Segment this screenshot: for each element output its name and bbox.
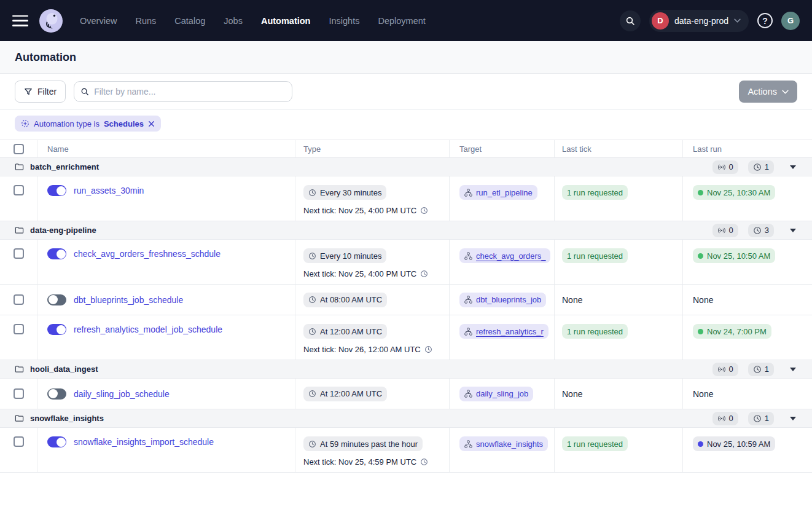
schedule-name-link[interactable]: check_avg_orders_freshness_schdule (74, 249, 221, 259)
row-checkbox[interactable] (14, 294, 24, 305)
schedule-toggle[interactable] (47, 294, 66, 305)
filter-button-label: Filter (37, 87, 57, 97)
target-link[interactable]: refresh_analytics_r (459, 324, 548, 339)
clock-icon (420, 270, 428, 278)
last-tick-status: 1 run requested (562, 248, 628, 263)
graph-icon (464, 252, 472, 260)
schedule-count-badge: 1 (748, 363, 774, 376)
schedule-name-link[interactable]: snowflake_insights_import_schedule (74, 437, 214, 447)
run-status-dot (698, 329, 703, 334)
target-link[interactable]: check_avg_orders_ (459, 248, 550, 263)
nav-item-jobs[interactable]: Jobs (224, 16, 243, 26)
caret-down-icon (790, 368, 796, 371)
chevron-down-icon (782, 90, 789, 94)
last-run-link[interactable]: Nov 24, 7:00 PM (693, 324, 771, 339)
clock-icon (308, 440, 316, 448)
group-row-hooli-data-ingest: hooli_data_ingest 0 1 (0, 360, 812, 379)
nav-item-runs[interactable]: Runs (135, 16, 156, 26)
group-row-data-eng-pipeline: data-eng-pipeline 0 3 (0, 221, 812, 240)
target-link[interactable]: dbt_blueprints_job (459, 293, 546, 307)
group-name: data-eng-pipeline (30, 226, 96, 235)
schedule-toggle[interactable] (47, 388, 66, 400)
nav-item-deployment[interactable]: Deployment (378, 16, 425, 26)
schedule-name-link[interactable]: daily_sling_job_schedule (74, 389, 170, 399)
name-filter-input[interactable] (94, 87, 286, 97)
column-header-type: Type (295, 140, 450, 157)
folder-icon (15, 414, 24, 423)
collapse-group-button[interactable] (789, 164, 797, 170)
graph-icon (464, 390, 472, 398)
target-link[interactable]: daily_sling_job (459, 387, 533, 401)
clock-icon (753, 163, 762, 171)
graph-icon (464, 440, 472, 448)
nav-item-overview[interactable]: Overview (80, 16, 117, 26)
column-header-name: Name (37, 140, 295, 157)
schedule-toggle[interactable] (47, 436, 66, 447)
dagster-logo-icon[interactable] (39, 9, 63, 33)
last-run-link[interactable]: Nov 25, 10:59 AM (693, 436, 775, 451)
last-tick-status: 1 run requested (562, 324, 628, 339)
row-checkbox[interactable] (14, 436, 24, 447)
schedule-name-link[interactable]: refresh_analytics_model_job_schedule (74, 325, 222, 334)
last-run-link[interactable]: Nov 25, 10:50 AM (693, 248, 775, 263)
help-icon[interactable]: ? (757, 13, 773, 28)
clock-icon (753, 365, 762, 374)
user-avatar[interactable]: G (781, 12, 800, 30)
sensor-count-badge: 0 (712, 224, 738, 237)
nav-item-catalog[interactable]: Catalog (174, 16, 205, 26)
graph-icon (464, 296, 472, 304)
column-header-last-run: Last run (683, 140, 812, 157)
run-status-dot (698, 190, 703, 195)
nav-item-insights[interactable]: Insights (329, 16, 359, 26)
automation-target-icon (21, 119, 29, 128)
filter-button[interactable]: Filter (15, 81, 66, 103)
row-checkbox[interactable] (14, 185, 24, 195)
last-run-link[interactable]: Nov 25, 10:30 AM (693, 185, 775, 200)
search-button[interactable] (620, 10, 641, 31)
page-header: Automation (0, 41, 812, 74)
nav-item-automation[interactable]: Automation (261, 16, 311, 26)
target-link[interactable]: snowflake_insights (459, 436, 548, 451)
folder-icon (15, 364, 24, 374)
schedule-name-link[interactable]: run_assets_30min (74, 186, 144, 195)
filter-chip-value: Schedules (104, 119, 144, 128)
sensor-count-badge: 0 (712, 160, 738, 174)
caret-down-icon (790, 417, 796, 420)
last-run-none: None (693, 295, 713, 305)
table-row: snowflake_insights_import_schedule At 59… (0, 428, 812, 473)
filter-chip-prefix: Automation type is (34, 119, 100, 128)
collapse-group-button[interactable] (789, 227, 797, 234)
select-all-checkbox[interactable] (14, 144, 24, 154)
sensor-count-badge: 0 (712, 412, 738, 425)
close-icon[interactable] (148, 120, 155, 127)
clock-icon (308, 390, 316, 398)
collapse-group-button[interactable] (789, 366, 797, 372)
caret-down-icon (790, 165, 796, 169)
active-filters-row: Automation type is Schedules (0, 110, 812, 140)
row-checkbox[interactable] (14, 324, 24, 334)
clock-icon (424, 345, 432, 353)
column-header-target: Target (450, 140, 555, 157)
schedule-toggle[interactable] (47, 185, 66, 196)
schedule-toggle[interactable] (47, 324, 66, 335)
caret-down-icon (790, 229, 796, 232)
group-name: hooli_data_ingest (30, 364, 98, 374)
target-link[interactable]: run_etl_pipeline (459, 185, 537, 200)
table-header: Name Type Target Last tick Last run (0, 140, 812, 158)
schedule-name-link[interactable]: dbt_blueprints_job_schedule (74, 295, 183, 305)
hamburger-menu-icon[interactable] (12, 15, 28, 26)
clock-icon (308, 252, 316, 260)
deployment-switcher[interactable]: D data-eng-prod (649, 10, 749, 32)
column-header-last-tick: Last tick (555, 140, 683, 157)
automation-type-filter-chip[interactable]: Automation type is Schedules (15, 116, 161, 132)
chevron-down-icon (734, 18, 741, 23)
schedule-count-badge: 1 (748, 412, 774, 425)
row-checkbox[interactable] (14, 248, 24, 259)
clock-icon (420, 458, 428, 466)
actions-button[interactable]: Actions (739, 81, 797, 103)
collapse-group-button[interactable] (789, 416, 797, 422)
schedule-toggle[interactable] (47, 248, 66, 259)
row-checkbox[interactable] (14, 388, 24, 399)
table-row: refresh_analytics_model_job_schedule At … (0, 315, 812, 360)
name-filter-field (74, 81, 292, 102)
